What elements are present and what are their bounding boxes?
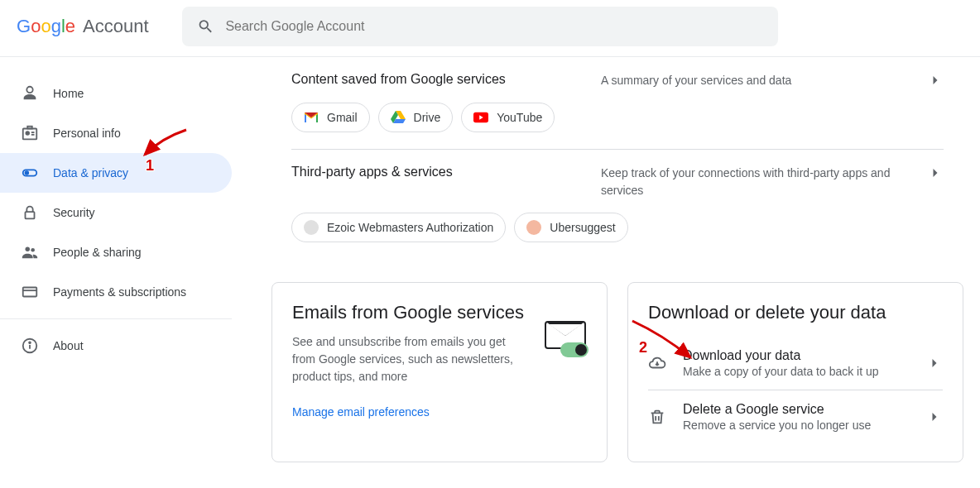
sidebar-item-label: About	[53, 339, 84, 352]
email-toggle-illustration	[544, 301, 587, 357]
action-title: Delete a Google service	[683, 402, 911, 417]
chip-label: Gmail	[327, 111, 358, 124]
svg-point-15	[29, 342, 31, 343]
svg-rect-1	[23, 129, 37, 140]
sidebar-item-label: Data & privacy	[53, 166, 128, 179]
gmail-icon	[304, 110, 319, 125]
svg-point-10	[31, 248, 35, 252]
action-title: Download your data	[683, 348, 911, 363]
card-icon	[20, 282, 40, 302]
chip-gmail[interactable]: Gmail	[291, 103, 370, 132]
sidebar-item-home[interactable]: Home	[0, 74, 232, 113]
action-sub: Remove a service you no longer use	[683, 419, 911, 432]
drive-icon	[391, 110, 406, 125]
section-title: Third-party apps & services	[291, 165, 584, 179]
chip-youtube[interactable]: YouTube	[461, 103, 555, 132]
id-card-icon	[20, 123, 40, 143]
chevron-right-icon	[927, 72, 944, 89]
download-delete-card: Download or delete your data Download yo…	[627, 282, 963, 462]
card-body: See and unsubscribe from emails you get …	[292, 333, 531, 385]
chevron-right-icon	[927, 165, 944, 181]
info-icon	[20, 336, 40, 356]
toggle-icon	[20, 163, 40, 183]
section-summary: Keep track of your connections with thir…	[601, 165, 894, 199]
youtube-icon	[473, 110, 488, 125]
sidebar-item-about[interactable]: About	[0, 326, 232, 366]
trash-icon	[648, 408, 668, 426]
sidebar-item-label: Personal info	[53, 127, 121, 140]
search-bar[interactable]	[182, 7, 778, 46]
sidebar-item-label: Payments & subscriptions	[53, 285, 186, 299]
card-title: Emails from Google services	[292, 301, 531, 325]
card-title: Download or delete your data	[648, 301, 943, 325]
sidebar-item-label: Security	[53, 206, 95, 219]
toggle-on-icon	[560, 342, 588, 357]
header: Google Account	[0, 0, 980, 57]
svg-text:Google: Google	[17, 17, 75, 36]
section-summary: A summary of your services and data	[601, 72, 894, 89]
sidebar-item-people[interactable]: People & sharing	[0, 232, 232, 272]
svg-rect-11	[23, 288, 37, 297]
saved-content-section[interactable]: Content saved from Google services A sum…	[291, 57, 944, 150]
chip-label: Drive	[414, 111, 441, 124]
action-sub: Make a copy of your data to back it up	[683, 365, 911, 378]
search-icon	[197, 17, 214, 36]
home-icon	[20, 84, 40, 103]
manage-email-link[interactable]: Manage email preferences	[292, 405, 430, 419]
search-input[interactable]	[225, 19, 762, 34]
delete-service-row[interactable]: Delete a Google service Remove a service…	[648, 390, 943, 443]
account-label: Account	[83, 16, 149, 37]
people-icon	[20, 242, 40, 262]
svg-point-3	[26, 132, 29, 135]
sidebar-item-payments[interactable]: Payments & subscriptions	[0, 272, 232, 312]
avatar-icon	[526, 220, 541, 235]
lock-icon	[20, 203, 40, 222]
sidebar-item-label: Home	[53, 87, 84, 100]
chip-label: Ezoic Webmasters Authorization	[327, 221, 493, 234]
google-account-logo[interactable]: Google Account	[17, 16, 149, 37]
chip-label: YouTube	[497, 111, 542, 124]
content-area: Content saved from Google services A sum…	[232, 57, 980, 479]
services-card: Content saved from Google services A sum…	[271, 57, 963, 262]
chip-ezoic[interactable]: Ezoic Webmasters Authorization	[291, 213, 506, 242]
cloud-download-icon	[648, 354, 668, 372]
emails-card: Emails from Google services See and unsu…	[271, 282, 608, 462]
sidebar: Home Personal info Data & privacy Securi…	[0, 57, 232, 479]
app-icon	[304, 220, 319, 235]
google-logo-icon: Google	[17, 17, 78, 36]
chip-label: Ubersuggest	[550, 221, 615, 234]
download-data-row[interactable]: Download your data Make a copy of your d…	[648, 337, 943, 390]
svg-point-9	[26, 247, 31, 252]
svg-rect-2	[27, 127, 32, 129]
sidebar-item-security[interactable]: Security	[0, 193, 232, 232]
divider	[0, 318, 232, 319]
third-party-section[interactable]: Third-party apps & services Keep track o…	[291, 150, 944, 242]
chip-ubersuggest[interactable]: Ubersuggest	[514, 213, 627, 242]
chevron-right-icon	[926, 409, 943, 425]
section-title: Content saved from Google services	[291, 72, 584, 87]
chevron-right-icon	[926, 355, 943, 371]
chip-drive[interactable]: Drive	[378, 103, 454, 132]
svg-point-7	[26, 171, 29, 175]
sidebar-item-label: People & sharing	[53, 246, 142, 259]
sidebar-item-data-privacy[interactable]: Data & privacy	[0, 153, 232, 193]
sidebar-item-personal[interactable]: Personal info	[0, 113, 232, 153]
svg-rect-8	[26, 212, 35, 218]
